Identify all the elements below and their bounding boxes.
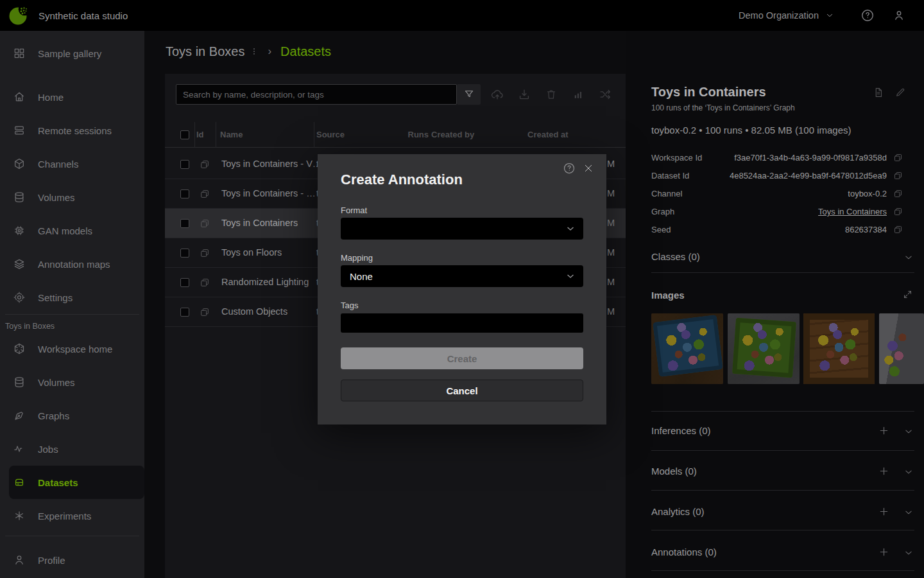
row-checkbox[interactable] bbox=[180, 160, 189, 169]
sidebar-item-gan-models[interactable]: GAN models bbox=[0, 214, 144, 247]
expand-images-button[interactable] bbox=[902, 289, 913, 300]
column-header-id[interactable]: Id bbox=[196, 130, 204, 139]
search-input[interactable] bbox=[176, 84, 457, 105]
edit-button[interactable] bbox=[894, 87, 906, 98]
copy-icon[interactable] bbox=[200, 248, 210, 258]
column-header-runs[interactable]: Runs bbox=[393, 130, 429, 139]
section-divider bbox=[651, 411, 914, 412]
dataset-thumbnail[interactable] bbox=[879, 313, 924, 384]
format-select[interactable] bbox=[341, 218, 583, 240]
dataset-thumbnail[interactable] bbox=[803, 313, 875, 384]
upload-button[interactable] bbox=[490, 87, 505, 102]
sidebar-item-annotation-maps[interactable]: Annotation maps bbox=[0, 247, 144, 281]
sidebar-item-home[interactable]: Home bbox=[0, 80, 144, 114]
dataset-thumbnail[interactable] bbox=[651, 313, 723, 384]
breadcrumb-current[interactable]: Datasets bbox=[280, 44, 331, 59]
filter-button[interactable] bbox=[457, 84, 481, 105]
sidebar-item-volumes[interactable]: Volumes bbox=[0, 180, 144, 214]
sidebar-item-profile[interactable]: Profile bbox=[0, 543, 144, 577]
field-label: Graph bbox=[651, 207, 674, 216]
chevron-down-icon[interactable] bbox=[903, 426, 914, 437]
row-checkbox[interactable] bbox=[180, 249, 189, 258]
modal-close-button[interactable] bbox=[583, 163, 594, 173]
tags-input[interactable] bbox=[341, 313, 583, 333]
add-annotation-button[interactable] bbox=[878, 546, 890, 558]
chevron-down-icon[interactable] bbox=[903, 466, 914, 478]
copy-value-button[interactable] bbox=[893, 171, 903, 180]
sidebar-item-sample-gallery[interactable]: Sample gallery bbox=[0, 37, 144, 70]
row-checkbox[interactable] bbox=[180, 308, 189, 317]
sidebar-item-remote-sessions[interactable]: Remote sessions bbox=[0, 114, 144, 147]
view-document-button[interactable] bbox=[873, 87, 884, 98]
profile-menu-button[interactable] bbox=[893, 9, 905, 22]
copy-value-button[interactable] bbox=[893, 207, 903, 216]
copy-icon[interactable] bbox=[200, 307, 210, 317]
add-inference-button[interactable] bbox=[878, 425, 890, 437]
chevron-down-icon[interactable] bbox=[903, 252, 914, 263]
column-header-created-by[interactable]: Created by bbox=[431, 130, 474, 139]
section-label: Inferences (0) bbox=[651, 425, 711, 436]
field-value: 862637384 bbox=[845, 225, 887, 234]
copy-icon[interactable] bbox=[200, 218, 210, 229]
help-button[interactable] bbox=[860, 8, 875, 22]
copy-icon[interactable] bbox=[200, 159, 210, 170]
sidebar-item-experiments[interactable]: Experiments bbox=[0, 499, 144, 532]
add-model-button[interactable] bbox=[878, 465, 890, 477]
column-header-source[interactable]: Source bbox=[316, 130, 345, 139]
breadcrumb-workspace[interactable]: Toys in Boxes bbox=[166, 44, 244, 59]
section-label: Annotations (0) bbox=[651, 547, 717, 557]
dataset-name[interactable]: Toys in Containers - V… bbox=[221, 159, 321, 169]
field-label: Seed bbox=[651, 225, 671, 234]
column-header-created-at[interactable]: Created at bbox=[527, 130, 569, 139]
shuffle-button[interactable] bbox=[597, 87, 613, 102]
dataset-name[interactable]: Toys in Containers bbox=[221, 218, 298, 228]
section-models[interactable]: Models (0) bbox=[651, 464, 914, 480]
sidebar-item-label: GAN models bbox=[38, 225, 92, 236]
sidebar-item-workspace-home[interactable]: Workspace home bbox=[0, 332, 144, 365]
copy-icon[interactable] bbox=[200, 189, 210, 199]
row-checkbox[interactable] bbox=[180, 189, 189, 198]
sidebar-item-jobs[interactable]: Jobs bbox=[0, 432, 144, 466]
row-checkbox[interactable] bbox=[180, 278, 189, 287]
sidebar-item-graphs[interactable]: Graphs bbox=[0, 399, 144, 432]
chevron-down-icon[interactable] bbox=[903, 507, 914, 518]
section-divider bbox=[651, 490, 914, 491]
cancel-button[interactable]: Cancel bbox=[341, 380, 583, 401]
copy-value-button[interactable] bbox=[893, 153, 903, 162]
sidebar-item-datasets[interactable]: Datasets bbox=[9, 466, 144, 499]
download-button[interactable] bbox=[517, 87, 532, 102]
dataset-thumbnail[interactable] bbox=[728, 313, 800, 384]
create-button[interactable]: Create bbox=[341, 347, 583, 369]
section-classes[interactable]: Classes (0) bbox=[651, 250, 914, 265]
column-header-name[interactable]: Name bbox=[220, 130, 243, 139]
add-analytics-button[interactable] bbox=[878, 505, 890, 518]
breadcrumb-separator: › bbox=[268, 45, 271, 58]
row-checkbox[interactable] bbox=[180, 219, 189, 228]
app-logo-icon[interactable] bbox=[8, 4, 30, 26]
select-all-checkbox[interactable] bbox=[180, 130, 189, 139]
sidebar-item-label: Graphs bbox=[38, 410, 69, 421]
sidebar-item-settings[interactable]: Settings bbox=[0, 281, 144, 314]
section-inferences[interactable]: Inferences (0) bbox=[651, 424, 914, 439]
copy-value-button[interactable] bbox=[893, 225, 903, 234]
graph-link[interactable]: Toys in Containers bbox=[818, 207, 887, 216]
sidebar-item-channels[interactable]: Channels bbox=[0, 147, 144, 180]
copy-icon[interactable] bbox=[200, 277, 210, 288]
section-analytics[interactable]: Analytics (0) bbox=[651, 505, 914, 520]
chevron-down-icon[interactable] bbox=[903, 547, 914, 559]
copy-value-button[interactable] bbox=[893, 189, 903, 198]
section-annotations[interactable]: Annotations (0) bbox=[651, 545, 914, 561]
kebab-menu-icon[interactable] bbox=[250, 46, 259, 57]
analytics-button[interactable] bbox=[570, 87, 586, 102]
trash-icon bbox=[545, 88, 558, 101]
modal-help-button[interactable] bbox=[563, 162, 576, 175]
dataset-name[interactable]: Randomized Lighting bbox=[221, 277, 309, 287]
field-label: Workspace Id bbox=[651, 153, 702, 162]
mapping-select[interactable]: None bbox=[341, 265, 583, 287]
org-selector[interactable]: Demo Organization bbox=[739, 10, 835, 21]
dataset-name[interactable]: Toys in Containers - … bbox=[221, 188, 316, 198]
delete-button[interactable] bbox=[543, 87, 559, 102]
sidebar-item-ws-volumes[interactable]: Volumes bbox=[0, 365, 144, 399]
dataset-name[interactable]: Toys on Floors bbox=[221, 247, 282, 258]
dataset-name[interactable]: Custom Objects bbox=[221, 306, 287, 317]
